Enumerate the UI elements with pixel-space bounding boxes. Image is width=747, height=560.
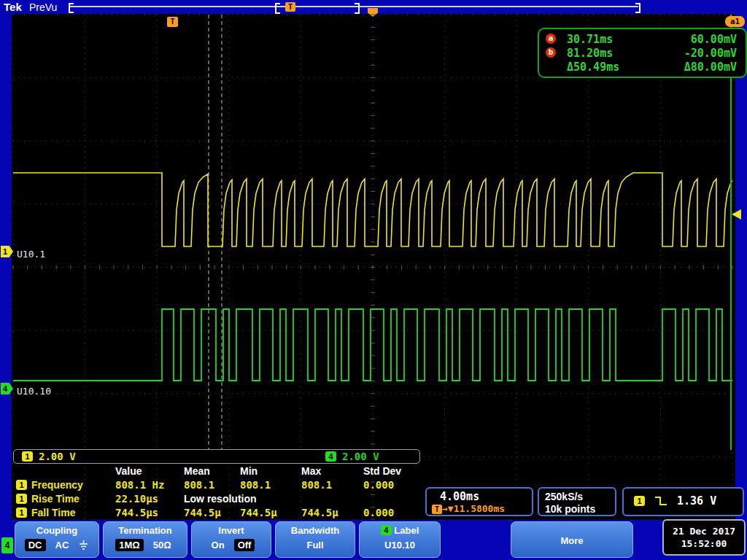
ch1-ground-marker-label: 1: [3, 247, 7, 256]
trigger-source-badge: 1: [634, 496, 645, 506]
label-title: 4 Label: [360, 522, 440, 536]
window-left-bracket: [275, 3, 280, 14]
cursor-b-time: 81.20ms: [567, 47, 613, 60]
label-title-text: Label: [394, 525, 419, 536]
ch4-ground-marker-label: 4: [3, 384, 7, 393]
record-length: 10k points: [545, 503, 595, 515]
label-channel-badge: 4: [381, 525, 392, 535]
label-value: U10.10: [381, 539, 419, 551]
meas-header-mean: Mean: [184, 465, 210, 477]
more-menu-button[interactable]: More: [511, 521, 633, 558]
tek-logo: Tek: [4, 1, 22, 13]
coupling-option-dc[interactable]: DC: [25, 539, 46, 551]
acquisition-readout-box: 250kS/s 10k points: [538, 487, 616, 516]
meas-row3-name: Fall Time: [31, 507, 75, 518]
ch1-net-label: U10.1: [17, 249, 45, 260]
meas-header-value: Value: [115, 465, 142, 477]
record-view-line: [69, 6, 638, 7]
date-readout: 21 Dec 2017: [673, 526, 735, 537]
window-right-bracket: [355, 3, 360, 14]
meas-row3-min: 744.5µ: [240, 507, 277, 518]
cursor-a-offscreen-badge: a1: [725, 16, 745, 27]
cursor-delta-row: Δ50.49ms Δ80.00mV: [539, 59, 746, 74]
softkey-menu-bar: 4 Coupling DC AC Termination 1MΩ 50Ω: [0, 520, 747, 560]
ch4-scale-readout: 2.00 V: [342, 451, 379, 462]
bandwidth-title: Bandwidth: [276, 522, 355, 536]
meas-row1-ch-badge: 1: [16, 480, 27, 490]
record-right-bracket: [635, 3, 640, 13]
active-channel-indicator: 4: [1, 537, 13, 553]
trigger-level: 1.36 V: [677, 494, 716, 508]
record-left-bracket: [69, 3, 74, 13]
meas-header-std: Std Dev: [363, 465, 401, 477]
meas-header-max: Max: [301, 465, 321, 477]
label-menu-button[interactable]: 4 Label U10.10: [359, 521, 441, 558]
ground-coupling-icon[interactable]: [78, 540, 89, 551]
record-trigger-t-icon[interactable]: T: [285, 2, 295, 12]
ch1-badge: 1: [22, 451, 33, 462]
termination-option-50[interactable]: 50Ω: [150, 539, 175, 551]
cursor-b-row: b 81.20ms -20.00mV: [539, 45, 746, 60]
ch4-net-label: U10.10: [17, 386, 51, 397]
channel-scale-bar: 1 2.00 V 4 2.00 V: [13, 449, 420, 464]
datetime-box: 21 Dec 2017 15:52:00: [662, 519, 746, 556]
cursor-delta-level: Δ80.00mV: [684, 61, 737, 74]
more-title: More: [511, 522, 632, 546]
delay-symbols: →▼: [442, 503, 454, 514]
meas-row3-std: 0.000: [363, 507, 394, 518]
meas-row1-name: Frequency: [31, 479, 83, 491]
trigger-point-t-icon[interactable]: T: [167, 17, 178, 27]
cursor-readout-box: a 30.71ms 60.00mV b 81.20ms -20.00mV Δ50…: [538, 28, 747, 78]
invert-option-off[interactable]: Off: [234, 539, 255, 551]
meas-row3-value: 744.5µs: [115, 507, 158, 518]
sample-rate: 250kS/s: [545, 491, 583, 502]
termination-option-1m[interactable]: 1MΩ: [115, 539, 143, 551]
coupling-option-ac[interactable]: AC: [52, 539, 73, 551]
coupling-title: Coupling: [15, 522, 98, 536]
meas-row1-mean: 808.1: [184, 479, 214, 491]
termination-title: Termination: [104, 522, 187, 536]
cursor-a-icon: a: [546, 34, 556, 44]
cursor-b-level: -20.00mV: [684, 47, 737, 60]
timebase-scale: 4.00ms: [440, 490, 479, 503]
meas-row1-value: 808.1 Hz: [115, 479, 164, 491]
timebase-readout-box: 4.00ms T→▼11.5800ms: [425, 487, 533, 516]
meas-row2-note: Low resolution: [184, 493, 257, 505]
time-readout: 15:52:00: [681, 538, 727, 549]
invert-menu-button[interactable]: Invert On Off: [191, 521, 271, 558]
meas-row2-ch-badge: 1: [16, 494, 27, 504]
oscilloscope-screen: Tek PreVu T T a1 a 30.71ms 60.00mV b 81.…: [0, 0, 747, 560]
graticule-display: [12, 14, 735, 520]
meas-row3-mean: 744.5µ: [184, 507, 221, 518]
meas-row1-std: 0.000: [363, 479, 394, 491]
meas-row1-min: 808.1: [240, 479, 271, 491]
delay-t-icon: T: [432, 505, 442, 514]
falling-edge-icon: [654, 495, 668, 507]
meas-row3-ch-badge: 1: [16, 508, 27, 518]
cursor-a-row: a 30.71ms 60.00mV: [539, 31, 746, 46]
meas-header-min: Min: [240, 465, 258, 477]
top-status-bar: Tek PreVu T: [0, 0, 747, 14]
delay-value: 11.5800ms: [454, 503, 505, 514]
cursor-a-level: 60.00mV: [691, 33, 737, 46]
meas-row2-name: Rise Time: [31, 493, 80, 505]
acquisition-status: PreVu: [29, 1, 57, 13]
meas-row2-value: 22.10µs: [115, 493, 158, 505]
trigger-readout-box: 1 1.36 V: [622, 487, 744, 516]
termination-menu-button[interactable]: Termination 1MΩ 50Ω: [103, 521, 187, 558]
ch1-scale-readout: 2.00 V: [39, 451, 76, 462]
bandwidth-menu-button[interactable]: Bandwidth Full: [275, 521, 355, 558]
cursor-delta-time: Δ50.49ms: [567, 61, 619, 74]
cursor-b-icon: b: [546, 47, 556, 58]
invert-title: Invert: [192, 522, 271, 536]
meas-row1-max: 808.1: [301, 479, 332, 491]
meas-row3-max: 744.5µ: [301, 507, 338, 518]
ch4-badge: 4: [325, 451, 336, 462]
coupling-menu-button[interactable]: Coupling DC AC: [15, 521, 99, 558]
bandwidth-value: Full: [303, 539, 327, 551]
timebase-delay: T→▼11.5800ms: [432, 503, 505, 514]
cursor-a-time: 30.71ms: [567, 33, 613, 46]
invert-option-on[interactable]: On: [208, 539, 228, 551]
